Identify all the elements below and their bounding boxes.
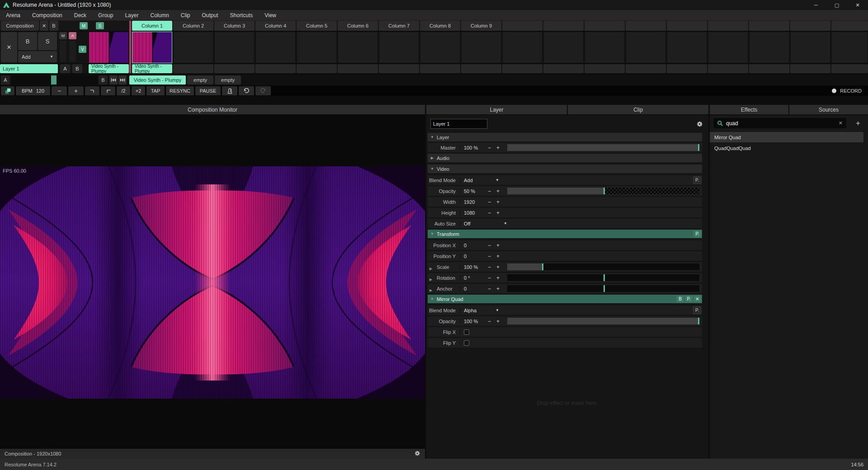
param-value[interactable]: 0 ° [460, 275, 486, 281]
add-effect-button[interactable]: + [852, 118, 864, 128]
column1-clip-thumbnail[interactable] [132, 32, 172, 63]
bpm-decrease-button[interactable]: − [52, 86, 67, 95]
tab-effects[interactable]: Effects [710, 105, 788, 114]
decrement-button[interactable]: − [486, 209, 493, 216]
decrement-button[interactable]: − [486, 187, 493, 195]
redo-button[interactable] [255, 86, 271, 95]
layer-clear-button[interactable]: ✕ [1, 32, 17, 62]
increment-button[interactable]: + [494, 187, 502, 195]
resync-button[interactable]: RESYNC [166, 86, 194, 95]
composition-clear-button[interactable]: ✕ [40, 21, 48, 31]
composition-s-toggle[interactable]: S [96, 22, 104, 29]
clip-cell[interactable] [585, 32, 625, 63]
layer-blend-dropdown[interactable]: Add ▼ [18, 51, 57, 62]
effects-search-input[interactable] [726, 120, 839, 127]
increment-button[interactable]: + [494, 285, 502, 292]
clip-name-cell[interactable] [420, 64, 460, 73]
flip-y-checkbox[interactable] [464, 340, 469, 346]
menu-clip[interactable]: Clip [175, 10, 196, 21]
layer-settings-button[interactable] [696, 121, 703, 128]
mq-opacity-slider[interactable] [507, 318, 699, 324]
section-mirror-quad[interactable]: ▼ Mirror Quad B P. ✕ [428, 295, 702, 303]
close-button[interactable]: ✕ [847, 0, 868, 10]
empty-clip-slot-1[interactable]: empty [187, 75, 213, 85]
param-value[interactable]: 50 % [460, 188, 486, 194]
param-value[interactable]: 100 % [460, 319, 486, 324]
column-header-6[interactable]: Column 6 [338, 21, 378, 31]
clip-cell[interactable] [297, 32, 337, 63]
increment-button[interactable]: + [494, 263, 502, 271]
clip-cell[interactable] [543, 32, 584, 63]
clip-name-cell[interactable] [461, 64, 501, 73]
clip-name-cell[interactable] [667, 64, 707, 73]
decrement-button[interactable]: − [486, 285, 493, 292]
clip-cell[interactable] [790, 32, 830, 63]
column-header-10[interactable] [502, 21, 542, 31]
clip-name-cell[interactable] [297, 64, 337, 73]
increment-button[interactable]: + [494, 241, 502, 249]
clip-cell[interactable] [214, 32, 255, 63]
section-layer[interactable]: ▼Layer [428, 133, 702, 141]
composition-button[interactable]: Composition [1, 21, 39, 31]
clip-name-cell[interactable] [626, 64, 666, 73]
menu-deck[interactable]: Deck [68, 10, 92, 21]
column-header-9[interactable]: Column 9 [461, 21, 501, 31]
layer-ab-b-button[interactable]: B [72, 64, 82, 73]
metronome-button[interactable] [222, 86, 237, 95]
nudge-up-button[interactable] [101, 86, 115, 95]
crossfader-b-button[interactable]: B [99, 75, 108, 85]
column-header-12[interactable] [585, 21, 625, 31]
param-label[interactable]: Anchor [428, 286, 460, 291]
decrement-button[interactable]: − [486, 144, 493, 151]
section-video[interactable]: ▼Video [428, 164, 702, 173]
tap-button[interactable]: TAP [146, 86, 165, 95]
menu-composition[interactable]: Composition [26, 10, 68, 21]
bpm-display[interactable]: BPM 120 [16, 86, 50, 95]
flip-x-checkbox[interactable] [464, 329, 469, 335]
blend-mode-dropdown[interactable]: Add [460, 178, 486, 183]
next-column-button[interactable] [118, 75, 127, 85]
column-header-2[interactable]: Column 2 [173, 21, 213, 31]
decrement-button[interactable]: − [486, 263, 493, 271]
param-value[interactable]: 0 [460, 286, 486, 291]
decrement-button[interactable]: − [486, 317, 493, 325]
increment-button[interactable]: + [494, 209, 502, 216]
minimize-button[interactable]: ─ [806, 0, 826, 10]
decrement-button[interactable]: − [486, 198, 493, 206]
monitor-settings-button[interactable] [414, 450, 420, 457]
clip-name-cell[interactable] [749, 64, 789, 73]
clip-name-cell[interactable] [543, 64, 584, 73]
tab-clip[interactable]: Clip [568, 105, 708, 114]
param-value[interactable]: 1080 [460, 210, 486, 216]
effect-bypass-button[interactable]: B [676, 296, 684, 302]
composition-bypass-button[interactable]: B [49, 21, 58, 31]
rotation-slider[interactable] [507, 274, 699, 281]
menu-view[interactable]: View [259, 10, 282, 21]
clip-name-cell[interactable] [502, 64, 542, 73]
clip-name-cell[interactable] [708, 64, 748, 73]
clip-name-cell[interactable] [790, 64, 830, 73]
layer-v-toggle[interactable]: V [79, 46, 86, 53]
clip-name-cell[interactable] [173, 64, 213, 73]
anchor-slider[interactable] [507, 285, 699, 292]
clip-cell[interactable] [255, 32, 296, 63]
pause-button[interactable]: PAUSE [195, 86, 221, 95]
column-header-1[interactable]: Column 1 [132, 21, 172, 31]
clip-name-cell[interactable] [338, 64, 378, 73]
clip-cell[interactable] [708, 32, 748, 63]
section-audio[interactable]: ▶Audio [428, 154, 702, 162]
layer-clip-thumbnail[interactable] [89, 32, 129, 63]
column-header-13[interactable] [626, 21, 666, 31]
effects-search-box[interactable]: ✕ [713, 118, 846, 128]
param-value[interactable]: 1920 [460, 199, 486, 205]
section-transform[interactable]: ▼ Transform P. [428, 230, 702, 238]
column-header-18[interactable] [831, 21, 868, 31]
crossfader-a-button[interactable]: A [1, 75, 10, 85]
param-value[interactable]: 0 [460, 254, 486, 259]
layer-name-input[interactable] [430, 119, 487, 129]
opacity-slider[interactable] [507, 188, 699, 194]
clip-cell[interactable] [338, 32, 378, 63]
nudge-down-button[interactable] [85, 86, 99, 95]
menu-arena[interactable]: Arena [0, 10, 26, 21]
menu-shortcuts[interactable]: Shortcuts [224, 10, 259, 21]
